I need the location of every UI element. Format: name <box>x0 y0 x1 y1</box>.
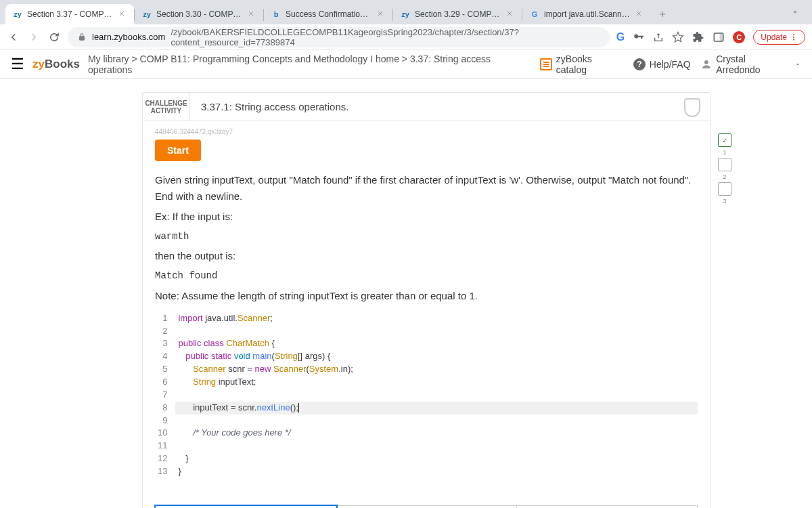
step-indicator: ✓1 2 3 <box>718 133 731 196</box>
start-button[interactable]: Start <box>155 140 201 161</box>
code-editor[interactable]: 12345678910111213 import java.util.Scann… <box>155 312 698 478</box>
tab-favicon: G <box>529 9 540 20</box>
browser-tab[interactable]: zySection 3.29 - COMP B11: Prog <box>393 4 522 24</box>
browser-tab[interactable]: Gimport java.util.Scanner; public <box>522 4 651 24</box>
update-button[interactable]: Update <box>753 30 805 45</box>
close-icon <box>118 9 126 18</box>
catalog-icon <box>540 58 552 70</box>
address-bar: learn.zybooks.com/zybook/BAKERSFIELDCOLL… <box>0 24 812 50</box>
svg-point-5 <box>704 60 708 64</box>
key-icon[interactable] <box>633 31 645 43</box>
tab-favicon: zy <box>12 9 23 20</box>
lock-icon <box>77 33 87 42</box>
tab-overflow-button[interactable] <box>784 7 807 17</box>
activity-card: ✓1 2 3 CHALLENGE ACTIVITY 3.37.1: String… <box>142 92 710 508</box>
problem-statement: Given string inputText, output "Match fo… <box>155 172 698 304</box>
reload-button[interactable] <box>47 30 61 44</box>
hamburger-button[interactable]: ☰ <box>11 56 24 73</box>
tab-close-button[interactable] <box>505 9 515 19</box>
shield-icon <box>684 98 700 117</box>
challenge-badge: CHALLENGE ACTIVITY <box>143 93 190 121</box>
arrow-left-icon <box>7 31 20 43</box>
tab-favicon: zy <box>400 9 411 20</box>
close-icon <box>635 9 643 18</box>
omnibox[interactable]: learn.zybooks.com/zybook/BAKERSFIELDCOLL… <box>68 27 610 47</box>
tab-title: Section 3.30 - COMP B11: Prog <box>156 9 243 19</box>
svg-rect-1 <box>720 33 723 41</box>
user-menu[interactable]: Crystal Arredondo <box>700 54 801 75</box>
step-3[interactable]: 3 <box>718 182 731 196</box>
tab-favicon: b <box>271 9 281 20</box>
close-icon <box>376 9 384 18</box>
svg-point-3 <box>793 37 794 38</box>
zybooks-logo[interactable]: zyBooks <box>32 58 80 71</box>
tab-title: Section 3.37 - COMP B11: Prog <box>27 9 114 19</box>
tab-favicon: zy <box>141 9 152 20</box>
card-header: CHALLENGE ACTIVITY 3.37.1: String access… <box>143 93 710 121</box>
tab-close-button[interactable] <box>635 9 644 19</box>
close-icon <box>247 9 255 18</box>
help-link[interactable]: ? Help/FAQ <box>633 58 691 70</box>
user-icon <box>700 58 713 70</box>
browser-tab[interactable]: zySection 3.37 - COMP B11: Prog <box>5 4 134 24</box>
chevron-down-icon <box>790 7 800 17</box>
share-icon[interactable] <box>653 32 664 43</box>
line-numbers: 12345678910111213 <box>155 312 175 478</box>
url-path: /zybook/BAKERSFIELDCOLLEGECOMPB11Kageorg… <box>171 27 600 47</box>
svg-point-2 <box>793 34 794 35</box>
url-host: learn.zybooks.com <box>92 32 165 42</box>
tab-title: Section 3.29 - COMP B11: Prog <box>415 9 501 19</box>
plus-icon <box>658 9 667 19</box>
back-button[interactable] <box>7 30 20 44</box>
zybooks-header: ☰ zyBooks My library > COMP B11: Program… <box>0 50 812 79</box>
forward-button[interactable] <box>27 30 41 44</box>
step-1[interactable]: ✓1 <box>718 133 731 147</box>
new-tab-button[interactable] <box>651 9 674 19</box>
question-id: 448466.3244472.qx3zqy7 <box>155 128 698 135</box>
google-icon[interactable]: G <box>616 31 625 43</box>
addr-actions: G C Update <box>616 30 805 45</box>
breadcrumb[interactable]: My library > COMP B11: Programming Conce… <box>88 54 532 75</box>
browser-tab[interactable]: zySection 3.30 - COMP B11: Prog <box>135 4 263 24</box>
tab-close-button[interactable] <box>376 9 386 19</box>
activity-title: 3.37.1: String access operations. <box>190 93 359 121</box>
bookmark-icon[interactable] <box>672 31 684 43</box>
tab-close-button[interactable] <box>247 9 256 19</box>
more-vert-icon <box>790 33 798 41</box>
tab-close-button[interactable] <box>118 9 127 19</box>
close-icon <box>505 9 514 18</box>
page-content: ✓1 2 3 CHALLENGE ACTIVITY 3.37.1: String… <box>0 92 812 508</box>
catalog-link[interactable]: zyBooks catalog <box>540 54 624 75</box>
code-content[interactable]: import java.util.Scanner; public class C… <box>175 312 698 478</box>
extensions-icon[interactable] <box>692 31 704 43</box>
tab-title: import java.util.Scanner; public <box>544 9 631 19</box>
svg-point-4 <box>793 39 794 40</box>
side-panel-icon[interactable] <box>713 31 725 43</box>
extension-badge[interactable]: C <box>733 31 745 43</box>
arrow-right-icon <box>28 31 40 43</box>
step-2[interactable]: 2 <box>718 158 731 171</box>
browser-tab[interactable]: bSuccess Confirmation of Ques <box>264 4 392 24</box>
tab-title: Success Confirmation of Ques <box>286 9 372 19</box>
chevron-down-icon <box>794 61 801 68</box>
pager: 1 2 3 <box>155 505 698 508</box>
reload-icon <box>48 31 60 43</box>
help-icon: ? <box>633 58 646 70</box>
browser-tab-bar: zySection 3.37 - COMP B11: ProgzySection… <box>0 0 812 24</box>
card-body: 448466.3244472.qx3zqy7 Start Given strin… <box>143 121 710 508</box>
